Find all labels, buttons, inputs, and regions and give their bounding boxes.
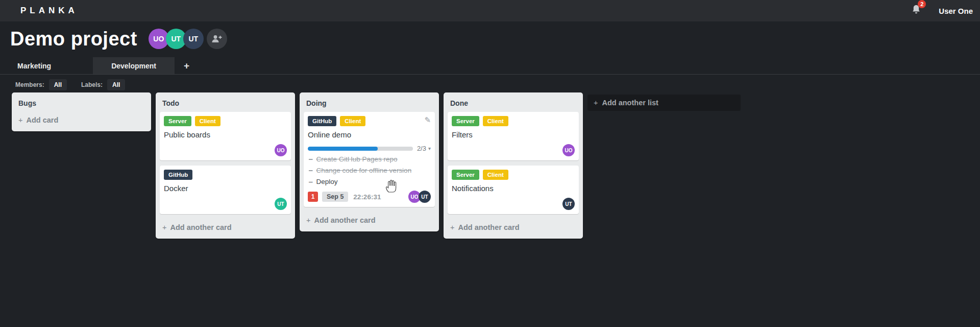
notifications-button[interactable]: 2 — [911, 4, 921, 17]
task-text: Change code for offline version — [316, 166, 412, 175]
progress-bar — [308, 147, 413, 151]
members-filter-label: Members: — [15, 81, 44, 88]
plus-icon: + — [450, 223, 454, 231]
add-card-button[interactable]: +Add another card — [160, 219, 291, 235]
card-notification-badge: 1 — [308, 192, 318, 202]
list-bugs: Bugs+Add card — [12, 92, 151, 131]
card-member-avatar[interactable]: UT — [419, 191, 431, 203]
label-client[interactable]: Client — [340, 116, 365, 126]
card-filters[interactable]: ServerClientFiltersUO — [448, 112, 579, 160]
task-item[interactable]: –Deploy — [309, 177, 431, 186]
label-client[interactable]: Client — [195, 116, 220, 126]
card-meta: 1Sep 522:26:31UOUT — [308, 191, 431, 203]
plus-icon: + — [594, 99, 598, 107]
project-members: UOUTUT — [149, 29, 204, 49]
app-logo[interactable]: PLANKA — [20, 6, 78, 16]
filter-bar: Members: All Labels: All — [0, 75, 980, 87]
plus-icon: + — [18, 116, 22, 124]
card-title: Notifications — [452, 183, 575, 194]
card-notifications[interactable]: ServerClientNotificationsUT — [448, 166, 579, 214]
task-progress: 2/3▾ — [308, 145, 431, 152]
task-counter[interactable]: 2/3▾ — [417, 145, 431, 152]
edit-card-icon[interactable]: ✎ — [424, 116, 431, 124]
task-text: Create GitHub Pages repo — [316, 155, 398, 164]
card-member-avatar[interactable]: UT — [275, 198, 287, 210]
card-members: UT — [452, 198, 575, 210]
list-title[interactable]: Doing — [304, 96, 435, 112]
add-card-label: Add another card — [314, 216, 375, 224]
label-server[interactable]: Server — [452, 116, 479, 126]
labels-filter-value[interactable]: All — [107, 79, 125, 90]
card-online-demo[interactable]: GitHubClient✎Online demo2/3▾–Create GitH… — [304, 112, 435, 207]
chevron-down-icon: ▾ — [428, 146, 431, 151]
add-board-button[interactable]: + — [181, 57, 192, 74]
plus-icon: + — [306, 216, 310, 224]
card-title: Public boards — [164, 130, 287, 140]
task-item[interactable]: –Create GitHub Pages repo — [309, 155, 431, 164]
card-member-avatar[interactable]: UO — [562, 144, 575, 156]
card-title: Online demo — [308, 130, 431, 140]
dash-icon: – — [309, 166, 313, 175]
task-item[interactable]: –Change code for offline version — [309, 166, 431, 175]
due-date-badge[interactable]: Sep 5 — [322, 192, 348, 202]
card-members: UO — [452, 144, 575, 156]
label-client[interactable]: Client — [483, 170, 508, 180]
task-text: Deploy — [316, 177, 338, 186]
list-done: DoneServerClientFiltersUOServerClientNot… — [444, 92, 583, 239]
add-card-button[interactable]: +Add another card — [448, 219, 579, 235]
tab-marketing[interactable]: Marketing — [0, 57, 68, 74]
timer-badge[interactable]: 22:26:31 — [353, 193, 381, 201]
add-card-label: Add card — [26, 116, 58, 124]
list-todo: TodoServerClientPublic boardsUOGitHubDoc… — [156, 92, 295, 239]
topbar-right: 2 User One — [911, 4, 973, 17]
add-card-label: Add another card — [170, 223, 231, 231]
task-count-text: 2/3 — [417, 145, 426, 152]
progress-bar-fill — [308, 147, 378, 151]
card-members: UOUT — [410, 191, 431, 203]
card-members: UO — [164, 144, 287, 156]
card-labels: ServerClient — [452, 116, 575, 126]
add-member-button[interactable] — [207, 29, 227, 49]
card-public-boards[interactable]: ServerClientPublic boardsUO — [160, 112, 291, 160]
member-avatar[interactable]: UT — [183, 29, 204, 49]
plus-icon: + — [162, 223, 166, 231]
card-member-avatar[interactable]: UO — [275, 144, 287, 156]
add-another-list-button[interactable]: + Add another list — [587, 95, 741, 111]
list-title[interactable]: Bugs — [16, 96, 147, 112]
board-lists: Bugs+Add cardTodoServerClientPublic boar… — [0, 87, 980, 239]
user-menu[interactable]: User One — [939, 7, 973, 15]
add-card-button[interactable]: +Add another card — [304, 212, 435, 227]
card-members: UT — [164, 198, 287, 210]
dash-icon: – — [309, 177, 313, 186]
project-header: Demo project UOUTUT — [0, 21, 980, 50]
card-title: Filters — [452, 130, 575, 140]
list-title[interactable]: Done — [448, 96, 579, 112]
list-title[interactable]: Todo — [160, 96, 291, 112]
project-title[interactable]: Demo project — [10, 28, 137, 50]
top-bar: PLANKA 2 User One — [0, 0, 980, 21]
board-tabs: Marketing Development + — [0, 57, 980, 75]
label-github[interactable]: GitHub — [308, 116, 336, 126]
add-user-icon — [211, 34, 223, 43]
label-client[interactable]: Client — [483, 116, 508, 126]
card-member-avatar[interactable]: UT — [562, 198, 575, 210]
add-card-label: Add another card — [458, 223, 519, 231]
add-list-label: Add another list — [602, 99, 658, 107]
dash-icon: – — [309, 155, 313, 164]
card-labels: GitHubClient✎ — [308, 116, 431, 126]
card-labels: ServerClient — [164, 116, 287, 126]
card-labels: GitHub — [164, 170, 287, 180]
card-title: Docker — [164, 183, 287, 194]
label-server[interactable]: Server — [452, 170, 479, 180]
labels-filter-label: Labels: — [81, 81, 103, 88]
tab-development[interactable]: Development — [93, 57, 175, 74]
card-labels: ServerClient — [452, 170, 575, 180]
card-docker[interactable]: GitHubDockerUT — [160, 166, 291, 214]
notification-badge: 2 — [918, 0, 926, 8]
list-doing: DoingGitHubClient✎Online demo2/3▾–Create… — [300, 92, 439, 231]
members-filter-value[interactable]: All — [49, 79, 67, 90]
label-github[interactable]: GitHub — [164, 170, 192, 180]
add-card-button[interactable]: +Add card — [16, 112, 147, 127]
label-server[interactable]: Server — [164, 116, 191, 126]
